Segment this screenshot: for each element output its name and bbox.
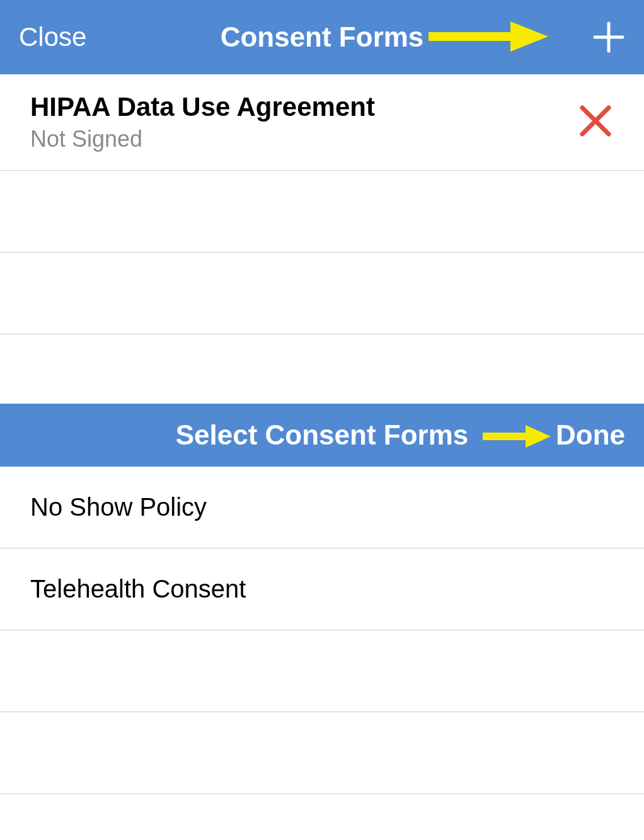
consent-forms-panel: Close Consent Forms HIPAA Data Use Agree… (0, 0, 644, 334)
plus-icon (592, 21, 625, 54)
annotation-arrow-icon (428, 19, 548, 54)
consent-forms-title: Consent Forms (221, 21, 424, 53)
consent-form-title: HIPAA Data Use Agreement (30, 92, 375, 122)
svg-marker-1 (510, 21, 548, 52)
close-button[interactable]: Close (19, 22, 86, 52)
consent-form-text: HIPAA Data Use Agreement Not Signed (30, 92, 375, 152)
delete-button[interactable] (577, 103, 614, 142)
empty-row (0, 630, 644, 712)
selectable-form-label: Telehealth Consent (30, 575, 246, 603)
empty-row (0, 171, 644, 253)
consent-form-row[interactable]: HIPAA Data Use Agreement Not Signed (0, 74, 644, 171)
annotation-arrow-icon (483, 424, 551, 449)
consent-forms-header: Close Consent Forms (0, 0, 644, 74)
selectable-form-row[interactable]: No Show Policy (0, 467, 644, 548)
panel-gap (0, 334, 644, 404)
empty-row (0, 712, 644, 794)
done-button[interactable]: Done (556, 419, 625, 451)
x-icon (577, 103, 614, 139)
consent-form-status: Not Signed (30, 126, 375, 152)
select-consent-forms-panel: Select Consent Forms Done No Show Policy… (0, 404, 644, 794)
svg-marker-7 (526, 425, 551, 448)
selectable-form-label: No Show Policy (30, 493, 207, 521)
selectable-form-row[interactable]: Telehealth Consent (0, 548, 644, 630)
add-button[interactable] (592, 21, 625, 54)
selectable-forms-list: No Show Policy Telehealth Consent (0, 467, 644, 794)
select-consent-forms-header: Select Consent Forms Done (0, 404, 644, 467)
select-consent-forms-title: Select Consent Forms (176, 419, 469, 451)
consent-forms-list: HIPAA Data Use Agreement Not Signed (0, 74, 644, 334)
empty-row (0, 253, 644, 334)
